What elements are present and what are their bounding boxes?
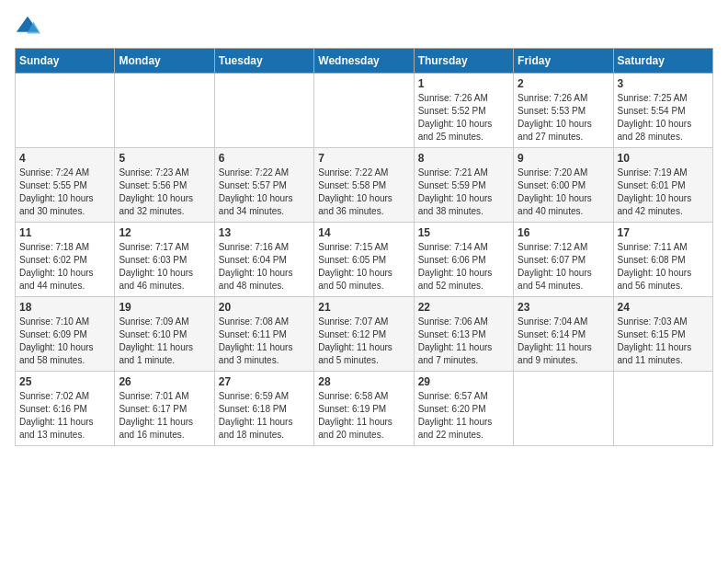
day-number: 13 [219, 226, 310, 239]
calendar-day-cell [16, 74, 115, 148]
day-number: 28 [318, 375, 409, 388]
day-number: 2 [518, 77, 609, 90]
calendar-day-cell: 16Sunrise: 7:12 AM Sunset: 6:07 PM Dayli… [514, 223, 613, 297]
day-number: 17 [618, 226, 709, 239]
calendar-day-cell: 26Sunrise: 7:01 AM Sunset: 6:17 PM Dayli… [115, 372, 214, 446]
day-info: Sunrise: 7:06 AM Sunset: 6:13 PM Dayligh… [418, 316, 509, 367]
day-info: Sunrise: 7:12 AM Sunset: 6:07 PM Dayligh… [518, 241, 609, 293]
day-info: Sunrise: 7:11 AM Sunset: 6:08 PM Dayligh… [618, 241, 709, 293]
calendar-day-cell: 1Sunrise: 7:26 AM Sunset: 5:52 PM Daylig… [414, 74, 513, 148]
day-number: 25 [19, 375, 110, 388]
day-number: 26 [119, 375, 210, 388]
day-info: Sunrise: 7:15 AM Sunset: 6:05 PM Dayligh… [318, 241, 409, 293]
day-number: 14 [318, 226, 409, 239]
day-number: 11 [19, 226, 110, 239]
day-of-week-header: Tuesday [214, 49, 313, 74]
day-number: 4 [19, 152, 110, 165]
day-info: Sunrise: 7:26 AM Sunset: 5:52 PM Dayligh… [418, 92, 509, 144]
page-header [15, 15, 713, 40]
day-info: Sunrise: 6:57 AM Sunset: 6:20 PM Dayligh… [418, 390, 509, 442]
calendar-day-cell: 22Sunrise: 7:06 AM Sunset: 6:13 PM Dayli… [414, 297, 513, 372]
day-info: Sunrise: 7:19 AM Sunset: 6:01 PM Dayligh… [618, 167, 709, 218]
day-info: Sunrise: 7:08 AM Sunset: 6:11 PM Dayligh… [219, 316, 310, 367]
day-info: Sunrise: 7:24 AM Sunset: 5:55 PM Dayligh… [19, 167, 110, 218]
day-number: 8 [418, 152, 509, 165]
day-info: Sunrise: 7:04 AM Sunset: 6:14 PM Dayligh… [518, 316, 609, 367]
day-number: 24 [618, 301, 709, 314]
calendar-day-cell: 3Sunrise: 7:25 AM Sunset: 5:54 PM Daylig… [613, 74, 712, 148]
day-info: Sunrise: 7:03 AM Sunset: 6:15 PM Dayligh… [618, 316, 709, 367]
calendar-day-cell: 25Sunrise: 7:02 AM Sunset: 6:16 PM Dayli… [16, 372, 115, 446]
day-info: Sunrise: 6:58 AM Sunset: 6:19 PM Dayligh… [318, 390, 409, 442]
calendar-day-cell: 9Sunrise: 7:20 AM Sunset: 6:00 PM Daylig… [514, 148, 613, 223]
calendar-day-cell: 6Sunrise: 7:22 AM Sunset: 5:57 PM Daylig… [214, 148, 313, 223]
calendar-day-cell [514, 372, 613, 446]
calendar-day-cell: 5Sunrise: 7:23 AM Sunset: 5:56 PM Daylig… [115, 148, 214, 223]
day-info: Sunrise: 7:02 AM Sunset: 6:16 PM Dayligh… [19, 390, 110, 442]
day-number: 10 [618, 152, 709, 165]
day-number: 16 [518, 226, 609, 239]
day-info: Sunrise: 7:20 AM Sunset: 6:00 PM Dayligh… [518, 167, 609, 218]
day-info: Sunrise: 7:18 AM Sunset: 6:02 PM Dayligh… [19, 241, 110, 293]
day-of-week-header: Saturday [613, 49, 712, 74]
day-number: 15 [418, 226, 509, 239]
day-info: Sunrise: 7:17 AM Sunset: 6:03 PM Dayligh… [119, 241, 210, 293]
calendar-week-row: 4Sunrise: 7:24 AM Sunset: 5:55 PM Daylig… [16, 148, 713, 223]
day-number: 27 [219, 375, 310, 388]
calendar-week-row: 1Sunrise: 7:26 AM Sunset: 5:52 PM Daylig… [16, 74, 713, 148]
day-number: 5 [119, 152, 210, 165]
calendar-week-row: 11Sunrise: 7:18 AM Sunset: 6:02 PM Dayli… [16, 223, 713, 297]
day-info: Sunrise: 7:09 AM Sunset: 6:10 PM Dayligh… [119, 316, 210, 367]
day-info: Sunrise: 7:10 AM Sunset: 6:09 PM Dayligh… [19, 316, 110, 367]
day-of-week-header: Friday [514, 49, 613, 74]
day-number: 7 [318, 152, 409, 165]
calendar-day-cell: 4Sunrise: 7:24 AM Sunset: 5:55 PM Daylig… [16, 148, 115, 223]
day-number: 1 [418, 77, 509, 90]
day-info: Sunrise: 7:01 AM Sunset: 6:17 PM Dayligh… [119, 390, 210, 442]
day-number: 21 [318, 301, 409, 314]
calendar-day-cell: 29Sunrise: 6:57 AM Sunset: 6:20 PM Dayli… [414, 372, 513, 446]
day-info: Sunrise: 7:25 AM Sunset: 5:54 PM Dayligh… [618, 92, 709, 144]
day-number: 6 [219, 152, 310, 165]
day-info: Sunrise: 7:23 AM Sunset: 5:56 PM Dayligh… [119, 167, 210, 218]
calendar-day-cell: 15Sunrise: 7:14 AM Sunset: 6:06 PM Dayli… [414, 223, 513, 297]
calendar-day-cell: 12Sunrise: 7:17 AM Sunset: 6:03 PM Dayli… [115, 223, 214, 297]
calendar-header-row: SundayMondayTuesdayWednesdayThursdayFrid… [16, 49, 713, 74]
calendar-week-row: 25Sunrise: 7:02 AM Sunset: 6:16 PM Dayli… [16, 372, 713, 446]
day-number: 29 [418, 375, 509, 388]
logo-icon [15, 15, 40, 40]
calendar-table: SundayMondayTuesdayWednesdayThursdayFrid… [15, 48, 713, 446]
calendar-day-cell: 8Sunrise: 7:21 AM Sunset: 5:59 PM Daylig… [414, 148, 513, 223]
calendar-day-cell: 23Sunrise: 7:04 AM Sunset: 6:14 PM Dayli… [514, 297, 613, 372]
day-info: Sunrise: 6:59 AM Sunset: 6:18 PM Dayligh… [219, 390, 310, 442]
day-number: 22 [418, 301, 509, 314]
day-number: 3 [618, 77, 709, 90]
day-info: Sunrise: 7:14 AM Sunset: 6:06 PM Dayligh… [418, 241, 509, 293]
calendar-day-cell: 21Sunrise: 7:07 AM Sunset: 6:12 PM Dayli… [314, 297, 414, 372]
calendar-day-cell: 17Sunrise: 7:11 AM Sunset: 6:08 PM Dayli… [613, 223, 712, 297]
day-number: 19 [119, 301, 210, 314]
day-number: 12 [119, 226, 210, 239]
day-info: Sunrise: 7:07 AM Sunset: 6:12 PM Dayligh… [318, 316, 409, 367]
day-of-week-header: Wednesday [314, 49, 414, 74]
calendar-day-cell: 10Sunrise: 7:19 AM Sunset: 6:01 PM Dayli… [613, 148, 712, 223]
logo [15, 15, 44, 40]
day-number: 9 [518, 152, 609, 165]
calendar-day-cell: 13Sunrise: 7:16 AM Sunset: 6:04 PM Dayli… [214, 223, 313, 297]
day-number: 20 [219, 301, 310, 314]
calendar-day-cell: 28Sunrise: 6:58 AM Sunset: 6:19 PM Dayli… [314, 372, 414, 446]
calendar-day-cell [115, 74, 214, 148]
calendar-day-cell: 7Sunrise: 7:22 AM Sunset: 5:58 PM Daylig… [314, 148, 414, 223]
day-number: 18 [19, 301, 110, 314]
calendar-day-cell [214, 74, 313, 148]
day-info: Sunrise: 7:26 AM Sunset: 5:53 PM Dayligh… [518, 92, 609, 144]
day-info: Sunrise: 7:16 AM Sunset: 6:04 PM Dayligh… [219, 241, 310, 293]
calendar-day-cell: 11Sunrise: 7:18 AM Sunset: 6:02 PM Dayli… [16, 223, 115, 297]
calendar-day-cell: 19Sunrise: 7:09 AM Sunset: 6:10 PM Dayli… [115, 297, 214, 372]
calendar-day-cell: 14Sunrise: 7:15 AM Sunset: 6:05 PM Dayli… [314, 223, 414, 297]
day-number: 23 [518, 301, 609, 314]
day-info: Sunrise: 7:22 AM Sunset: 5:57 PM Dayligh… [219, 167, 310, 218]
calendar-week-row: 18Sunrise: 7:10 AM Sunset: 6:09 PM Dayli… [16, 297, 713, 372]
calendar-day-cell: 24Sunrise: 7:03 AM Sunset: 6:15 PM Dayli… [613, 297, 712, 372]
day-of-week-header: Monday [115, 49, 214, 74]
